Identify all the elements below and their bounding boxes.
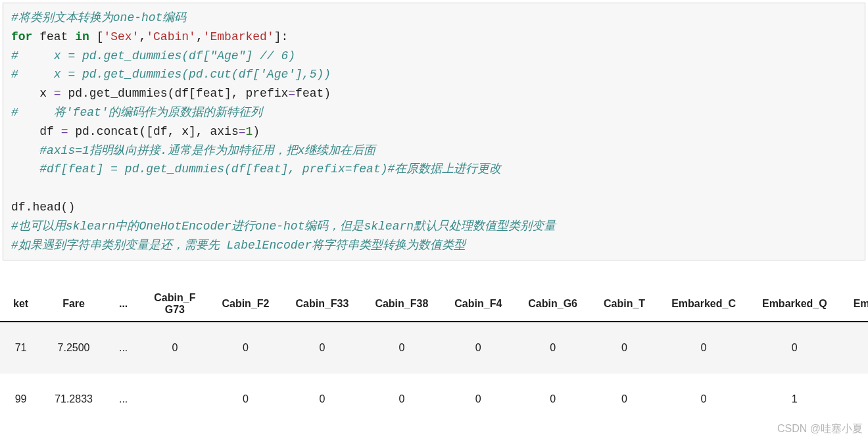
tok-close: ]:: [274, 30, 289, 43]
dataframe-output: ket Fare ... Cabin_F G73 Cabin_F2 Cabin_…: [0, 287, 868, 425]
cell: 0: [362, 374, 441, 425]
code-comment-12: #也可以用sklearn中的OneHotEncoder进行one-hot编码，但…: [11, 220, 556, 233]
tok-bracket: [: [89, 30, 104, 43]
cell: 0: [441, 322, 515, 374]
table-row: 71 7.2500 ... 0 0 0 0 0 0 0 0 0 1: [0, 322, 868, 374]
tok-l7-mid: pd.concat([df, x], axis: [68, 125, 238, 138]
tok-str-sex: 'Sex': [103, 30, 139, 43]
tok-l5-lead: x: [11, 87, 54, 100]
cell: 0: [749, 322, 840, 374]
code-comment-3: # x = pd.get_dummies(df["Age"] // 6): [11, 49, 295, 62]
cell: 71: [0, 322, 41, 374]
tok-eq: =: [288, 87, 295, 100]
tok-l5-mid: pd.get_dummies(df[feat], prefix: [61, 87, 289, 100]
col-cabin-g6: Cabin_G6: [515, 287, 591, 322]
col-embarked-c: Embarked_C: [658, 287, 749, 322]
code-comment-6: # 将'feat'的编码作为原数据的新特征列: [11, 106, 262, 119]
tok-in: in: [75, 30, 89, 43]
tok-comma: ,: [196, 30, 203, 43]
cell: 0: [658, 374, 749, 425]
col-embarked-s: Embarked_S: [840, 287, 868, 322]
cell: 0: [840, 374, 868, 425]
col-cabin-fg73: Cabin_F G73: [141, 287, 208, 322]
code-comment-8: #axis=1指明纵向拼接.通常是作为加特征用，把x继续加在后面: [11, 144, 375, 157]
col-cabin-f38: Cabin_F38: [362, 287, 441, 322]
tok-str-cabin: 'Cabin': [146, 30, 196, 43]
cell: 0: [141, 322, 208, 374]
tok-eq: =: [54, 87, 61, 100]
tok-num-1: 1: [246, 125, 253, 138]
col-embarked-q: Embarked_Q: [749, 287, 840, 322]
cell: ...: [106, 374, 141, 425]
cell: 99: [0, 374, 41, 425]
dataframe-table: ket Fare ... Cabin_F G73 Cabin_F2 Cabin_…: [0, 287, 868, 425]
tok-l5-tail: feat): [295, 87, 331, 100]
tok-eq: =: [61, 125, 68, 138]
table-row: 99 71.2833 ... 0 0 0 0 0 0 0 1 0: [0, 374, 868, 425]
tok-str-embarked: 'Embarked': [203, 30, 274, 43]
cell: 71.2833: [41, 374, 106, 425]
cell: ...: [106, 322, 141, 374]
col-cabin-t: Cabin_T: [591, 287, 658, 322]
tok-comma: ,: [139, 30, 146, 43]
cell: 0: [208, 374, 282, 425]
tok-close-paren: ): [253, 125, 260, 138]
code-comment-4: # x = pd.get_dummies(pd.cut(df['Age'],5)…: [11, 68, 331, 81]
col-cabin-f2: Cabin_F2: [208, 287, 282, 322]
cell: 0: [515, 322, 591, 374]
code-comment-9: #df[feat] = pd.get_dummies(df[feat], pre…: [11, 162, 501, 176]
cell: 0: [591, 374, 658, 425]
tok-for: for: [11, 30, 32, 43]
cell: [141, 374, 208, 425]
cell: 1: [840, 322, 868, 374]
cell: 0: [282, 374, 362, 425]
cell: 7.2500: [41, 322, 106, 374]
tok-feat: feat: [32, 30, 75, 43]
tok-eq: =: [239, 125, 246, 138]
tok-dfhead: df.head(): [11, 201, 75, 214]
cell: 0: [441, 374, 515, 425]
tok-l7-lead: df: [11, 125, 61, 138]
col-ellipsis: ...: [106, 287, 141, 322]
col-ket: ket: [0, 287, 41, 322]
col-cabin-f33: Cabin_F33: [282, 287, 362, 322]
cell: 0: [591, 322, 658, 374]
cell: 0: [208, 322, 282, 374]
col-fare: Fare: [41, 287, 106, 322]
cell: 0: [362, 322, 441, 374]
code-block: #将类别文本转换为one-hot编码 for feat in ['Sex','C…: [3, 3, 865, 260]
cell: 0: [515, 374, 591, 425]
cell: 1: [749, 374, 840, 425]
table-header-row: ket Fare ... Cabin_F G73 Cabin_F2 Cabin_…: [0, 287, 868, 322]
code-comment-1: #将类别文本转换为one-hot编码: [11, 11, 186, 24]
watermark-text: CSDN @哇塞小夏: [777, 422, 863, 425]
cell: 0: [282, 322, 362, 374]
col-cabin-f4: Cabin_F4: [441, 287, 515, 322]
cell: 0: [658, 322, 749, 374]
code-comment-13: #如果遇到字符串类别变量是还，需要先 LabelEncoder将字符串类型转换为…: [11, 239, 466, 252]
